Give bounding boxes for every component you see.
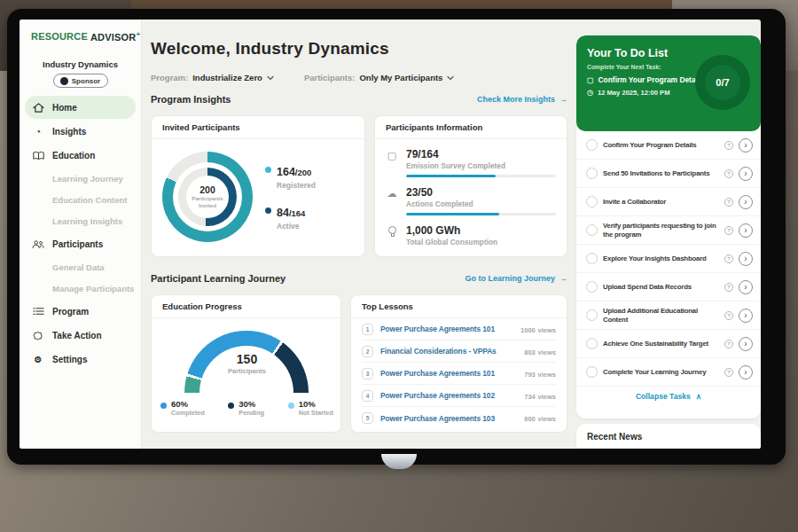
help-icon[interactable]: ? — [724, 198, 733, 207]
task-go-button[interactable]: › — [739, 337, 753, 351]
lesson-row: 5 Power Purchase Agreements 103 600 view… — [362, 407, 556, 429]
help-icon[interactable]: ? — [724, 141, 733, 150]
todo-progress-ring: 0/7 — [695, 55, 750, 110]
help-icon[interactable]: ? — [724, 226, 733, 235]
program-dropdown[interactable]: Program: Industrialize Zero — [151, 73, 274, 82]
sidebar: RESOURCE ADVISOR+ Industry Dynamics Spon… — [20, 20, 142, 449]
sidebar-item-education-content[interactable]: Education Content — [20, 189, 141, 210]
lesson-rank: 3 — [362, 368, 373, 379]
task-go-button[interactable]: › — [739, 365, 753, 379]
task-checkbox[interactable] — [586, 168, 598, 179]
lightbulb-icon — [386, 224, 398, 246]
help-icon[interactable]: ? — [724, 169, 733, 178]
card-title: Top Lessons — [351, 295, 567, 318]
go-to-learning-journey-link[interactable]: Go to Learning Journey → — [465, 274, 567, 283]
lesson-row: 2 Financial Considerations - VPPAs 803 v… — [362, 340, 556, 363]
task-row-verify-participants[interactable]: Verify participants requesting to join t… — [576, 216, 761, 245]
task-checkbox[interactable] — [586, 281, 598, 293]
task-go-button[interactable]: › — [739, 167, 753, 181]
participants-dropdown[interactable]: Participants: Only My Participants — [304, 73, 455, 82]
task-row-explore-insights[interactable]: Explore Your Insights Dashboard ? › — [576, 245, 761, 273]
task-checkbox[interactable] — [586, 338, 598, 349]
program-insights-section-header: Program Insights Check More Insights → — [151, 94, 567, 105]
lesson-link[interactable]: Power Purchase Agreements 101 — [380, 325, 513, 333]
help-icon[interactable]: ? — [724, 340, 733, 348]
lesson-link[interactable]: Financial Considerations - VPPAs — [380, 347, 517, 356]
sponsor-badge-icon — [60, 77, 68, 85]
sidebar-item-home[interactable]: Home — [25, 96, 136, 119]
sidebar-item-take-action[interactable]: Take Action — [25, 324, 136, 347]
task-checkbox[interactable] — [586, 366, 598, 378]
collapse-tasks-link[interactable]: Collapse Tasks ∧ — [576, 387, 761, 406]
task-go-button[interactable]: › — [739, 252, 753, 266]
education-progress-card: Education Progress 150 Participants 60%C… — [151, 294, 341, 433]
lesson-row: 1 Power Purchase Agreements 101 1000 vie… — [362, 318, 556, 340]
sidebar-item-program[interactable]: Program — [25, 300, 136, 323]
sidebar-item-learning-journey[interactable]: Learning Journey — [20, 168, 141, 189]
task-go-button[interactable]: › — [739, 280, 753, 294]
lesson-rank: 2 — [362, 346, 373, 357]
participants-icon — [32, 239, 44, 249]
card-title: Recent News — [576, 424, 761, 449]
arrow-right-icon: → — [559, 95, 567, 104]
sidebar-item-general-data[interactable]: General Data — [20, 256, 141, 278]
chevron-down-icon — [447, 75, 454, 81]
take-action-puzzle-icon — [32, 330, 44, 340]
task-checkbox[interactable] — [586, 309, 598, 321]
task-checkbox[interactable] — [586, 196, 598, 207]
donut-center-value: 200 — [200, 184, 215, 195]
section-title: Program Insights — [151, 94, 231, 105]
donut-legend: 164/200 Registered 84/164 Active — [265, 163, 316, 231]
task-row-complete-learning-journey[interactable]: Complete Your Learning Journey ? › — [576, 358, 761, 387]
program-list-icon — [32, 307, 44, 316]
legend-dot — [228, 403, 234, 409]
card-title: Invited Participants — [152, 116, 364, 139]
task-row-invite-collaborator[interactable]: Invite a Collaborator ? › — [576, 188, 761, 216]
actions-cloud-icon: ☁ — [386, 186, 398, 215]
help-icon[interactable]: ? — [724, 283, 733, 292]
learning-journey-section-header: Participant Learning Journey Go to Learn… — [151, 273, 567, 284]
card-title: Participants Information — [375, 116, 567, 139]
clock-icon: ◷ — [587, 89, 593, 97]
org-name: Industry Dynamics — [20, 59, 141, 69]
lesson-link[interactable]: Power Purchase Agreements 101 — [380, 369, 517, 378]
legend-item-not-started: 10%Not Started — [288, 400, 333, 417]
section-title: Participant Learning Journey — [151, 273, 286, 284]
task-checkbox[interactable] — [586, 253, 598, 264]
help-icon[interactable]: ? — [724, 311, 733, 320]
task-go-button[interactable]: › — [739, 195, 753, 209]
sidebar-item-education[interactable]: Education — [25, 144, 136, 167]
task-go-button[interactable]: › — [739, 138, 753, 153]
help-icon[interactable]: ? — [724, 368, 733, 377]
task-checkbox[interactable] — [586, 139, 598, 151]
participants-information-card: Participants Information ▢ 79/164 Emissi… — [374, 115, 567, 257]
task-sheet-icon: ▢ — [587, 76, 594, 84]
sidebar-item-insights[interactable]: ◔ Insights — [25, 120, 136, 143]
sidebar-item-participants[interactable]: Participants — [25, 232, 136, 255]
lesson-link[interactable]: Power Purchase Agreements 102 — [380, 391, 517, 400]
collapse-caret-icon: ∧ — [696, 392, 701, 401]
task-checkbox[interactable] — [586, 224, 598, 236]
check-more-insights-link[interactable]: Check More Insights → — [477, 95, 567, 104]
task-row-sustainability-target[interactable]: Achieve One Sustainability Target ? › — [576, 330, 761, 358]
settings-gear-icon: ⚙ — [32, 355, 44, 364]
task-row-upload-spend-data[interactable]: Upload Spend Data Records ? › — [576, 273, 761, 301]
progress-track — [406, 213, 556, 215]
task-row-confirm-program[interactable]: Confirm Your Program Details ? › — [576, 131, 761, 160]
help-icon[interactable]: ? — [724, 254, 733, 263]
legend-dot — [265, 207, 271, 214]
lesson-row: 3 Power Purchase Agreements 101 793 view… — [362, 363, 556, 385]
task-go-button[interactable]: › — [739, 223, 753, 238]
sidebar-item-settings[interactable]: ⚙ Settings — [25, 348, 136, 371]
task-row-upload-educational-content[interactable]: Upload Additional Educational Content ? … — [576, 301, 761, 330]
info-row-actions-completed: ☁ 23/50 Actions Completed — [375, 177, 567, 215]
task-go-button[interactable]: › — [739, 309, 753, 323]
sidebar-item-manage-participants[interactable]: Manage Participants — [20, 278, 141, 299]
lesson-link[interactable]: Power Purchase Agreements 103 — [380, 414, 517, 423]
sidebar-item-learning-insights[interactable]: Learning Insights — [20, 210, 141, 231]
task-row-send-invitations[interactable]: Send 50 Invitations to Participants ? › — [576, 160, 761, 188]
legend-dot — [265, 167, 271, 173]
todo-counter: 0/7 — [705, 65, 740, 100]
legend-item-registered: 164/200 Registered — [265, 163, 316, 190]
lesson-rank: 4 — [362, 390, 373, 402]
